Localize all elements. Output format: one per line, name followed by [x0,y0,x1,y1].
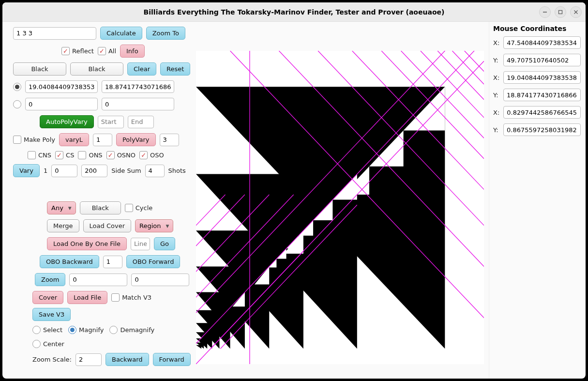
demagnify-label: Demagnify [120,326,154,334]
mouse-y1-input[interactable] [503,54,581,66]
coord-row2-radio[interactable] [13,100,21,108]
svg-line-40 [452,51,484,84]
region-dropdown[interactable]: Region▼ [135,219,173,232]
x2-label: X: [493,74,499,81]
obo-forward-button[interactable]: OBO Forward [126,255,181,268]
forward-button[interactable]: Forward [153,353,191,366]
mouse-x3-input[interactable] [503,106,581,119]
coord-r2b-input[interactable] [102,98,174,110]
save-v3-button[interactable]: Save V3 [32,308,71,321]
zoom-y-input[interactable] [131,274,189,286]
info-button[interactable]: Info [120,45,145,58]
merge-button[interactable]: Merge [47,219,79,232]
oso-label: OSO [150,152,164,159]
side-sum-input[interactable] [145,165,165,177]
load-file-button[interactable]: Load File [67,291,107,304]
mouse-y2-input[interactable] [503,89,581,101]
ons-label: ONS [89,152,102,159]
black2-button[interactable]: Black [70,62,123,76]
select-radio[interactable] [32,326,41,334]
maximize-button[interactable] [555,6,566,18]
mouse-x1-input[interactable] [503,36,581,49]
backward-button[interactable]: Backward [106,353,149,366]
make-poly-label: Make Poly [24,136,55,143]
svg-line-41 [465,51,484,71]
go-button[interactable]: Go [154,237,175,250]
select-label: Select [43,326,62,334]
coord-r1b-input[interactable] [102,80,174,93]
plot-canvas[interactable] [196,51,484,364]
varyl-input[interactable] [93,134,112,146]
end-input[interactable] [128,116,154,128]
zoom-scale-label: Zoom Scale: [32,356,72,363]
ons-checkbox[interactable] [78,151,86,159]
osno-label: OSNO [117,152,136,159]
center-label: Center [43,340,64,348]
autopolyvary-button[interactable]: AutoPolyVary [40,115,94,128]
cycle-label: Cycle [136,204,153,212]
side-sum-label: Side Sum [111,167,141,174]
cycle-checkbox[interactable] [125,204,133,212]
y1-label: Y: [493,57,499,64]
load-obo-button[interactable]: Load One By One File [47,237,127,250]
load-cover-button[interactable]: Load Cover [83,219,131,232]
titlebar: Billiards Everything The Tokarsky-Marino… [2,2,586,22]
center-radio[interactable] [32,340,41,348]
line-input[interactable] [131,238,150,250]
polyvary-input[interactable] [160,134,179,146]
polyvary-button[interactable]: PolyVary [116,133,156,146]
zoom-x-input[interactable] [69,274,127,286]
coord-r2a-input[interactable] [25,98,98,110]
black-mid-button[interactable]: Black [80,201,121,214]
mouse-x2-input[interactable] [503,71,581,84]
cns-checkbox[interactable] [28,151,36,159]
make-poly-checkbox[interactable] [13,136,21,144]
window-title: Billiards Everything The Tokarsky-Marino… [144,8,445,16]
any-dropdown-label: Any [51,204,63,212]
clear-button[interactable]: Clear [127,62,156,76]
calculate-button[interactable]: Calculate [100,27,142,40]
cs-checkbox[interactable] [55,151,63,159]
vary-to-input[interactable] [81,165,107,177]
reset-button[interactable]: Reset [160,62,190,76]
obo-index-input[interactable] [103,256,122,268]
coord-r1a-input[interactable] [25,80,98,93]
reflect-checkbox[interactable] [61,47,70,55]
main-input[interactable] [13,27,96,40]
minimize-button[interactable] [539,6,551,18]
close-button[interactable] [570,6,582,18]
zoom-button[interactable]: Zoom [35,273,65,286]
mouse-y3-input[interactable] [503,123,581,136]
magnify-label: Magnify [79,326,104,334]
match-v3-checkbox[interactable] [111,293,120,302]
chevron-down-icon: ▼ [68,206,72,211]
all-checkbox[interactable] [98,47,106,55]
vary-one-label: 1 [44,167,47,174]
chevron-down-icon: ▼ [166,224,169,229]
start-input[interactable] [98,116,124,128]
mouse-coords-title: Mouse Coordinates [493,25,581,32]
coord-row1-radio[interactable] [13,83,21,91]
black1-button[interactable]: Black [13,62,66,76]
region-dropdown-label: Region [139,222,161,229]
vary-from-input[interactable] [51,165,77,177]
shots-label: Shots [168,167,186,174]
cover-button[interactable]: Cover [32,291,63,304]
mouse-coordinates-panel: Mouse Coordinates X: Y: X: Y: X: Y: [489,22,586,379]
x1-label: X: [493,39,499,46]
match-v3-label: Match V3 [122,294,151,301]
osno-checkbox[interactable] [106,151,115,159]
any-dropdown[interactable]: Any▼ [47,201,76,214]
demagnify-radio[interactable] [109,326,118,334]
cs-label: CS [66,152,74,159]
oso-checkbox[interactable] [139,151,148,159]
zoom-scale-input[interactable] [75,353,102,366]
varyl-button[interactable]: varyL [59,133,89,146]
magnify-radio[interactable] [68,326,76,334]
svg-rect-1 [559,11,562,14]
x3-label: X: [493,109,499,116]
vary-button[interactable]: Vary [13,164,40,177]
obo-backward-button[interactable]: OBO Backward [40,255,99,268]
y2-label: Y: [493,91,499,99]
zoom-to-button[interactable]: Zoom To [146,27,185,40]
